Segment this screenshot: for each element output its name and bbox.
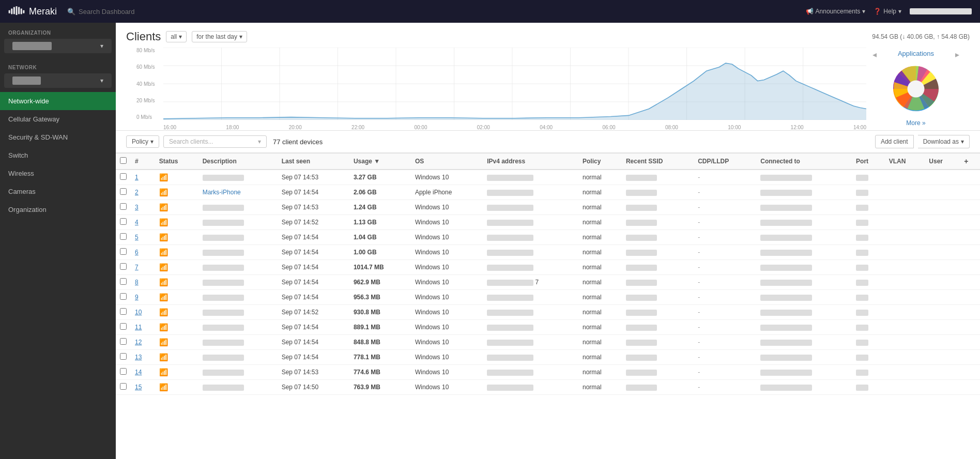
row-checkbox-6[interactable] [116, 245, 131, 260]
sidebar-item-cameras[interactable]: Cameras [0, 182, 116, 201]
col-description[interactable]: Description [198, 154, 278, 170]
col-port[interactable]: Port [852, 154, 885, 170]
search-input[interactable] [79, 8, 182, 16]
row-ssid-11: xxxxxxxx [622, 320, 694, 335]
org-name: org [12, 42, 52, 50]
row-checkbox-8[interactable] [116, 275, 131, 290]
row-cdp-4: - [694, 215, 756, 230]
row-checkbox-1[interactable] [116, 170, 131, 185]
download-as-label: Download as [923, 138, 959, 145]
col-checkbox[interactable] [116, 154, 131, 170]
col-user[interactable]: User [925, 154, 960, 170]
policy-btn[interactable]: Policy ▾ [126, 135, 159, 148]
row-ssid-8: xxxxxxxx [622, 275, 694, 290]
filter-all-btn[interactable]: all ▾ [166, 31, 187, 42]
sidebar-item-security-sd-wan[interactable]: Security & SD-WAN [0, 128, 116, 146]
row-num-5[interactable]: 5 [131, 230, 155, 245]
row-checkbox-3[interactable] [116, 200, 131, 215]
col-recent-ssid[interactable]: Recent SSID [622, 154, 694, 170]
download-as-btn[interactable]: Download as ▾ [918, 135, 970, 148]
row-checkbox-11[interactable] [116, 320, 131, 335]
row-num-3[interactable]: 3 [131, 200, 155, 215]
col-os[interactable]: OS [411, 154, 483, 170]
row-num-7[interactable]: 7 [131, 260, 155, 275]
col-usage[interactable]: Usage ▼ [349, 154, 411, 170]
row-num-8[interactable]: 8 [131, 275, 155, 290]
sidebar-item-network-wide[interactable]: Network-wide [0, 92, 116, 110]
sidebar-item-organization[interactable]: Organization [0, 201, 116, 219]
row-usage-1: 3.27 GB [349, 170, 411, 185]
row-checkbox-5[interactable] [116, 230, 131, 245]
row-user-11 [925, 320, 960, 335]
col-policy[interactable]: Policy [578, 154, 622, 170]
row-usage-13: 778.1 MB [349, 350, 411, 365]
sidebar-item-cellular-gateway[interactable]: Cellular Gateway [0, 110, 116, 128]
sidebar-item-wireless[interactable]: Wireless [0, 164, 116, 182]
search-bar[interactable]: 🔍 [67, 8, 806, 16]
time-filter-btn[interactable]: for the last day ▾ [192, 31, 247, 42]
org-section-label: ORGANIZATION [0, 23, 116, 39]
row-num-4[interactable]: 4 [131, 215, 155, 230]
row-checkbox-14[interactable] [116, 365, 131, 380]
search-clients-wrapper[interactable]: Search clients... ▾ [163, 135, 267, 148]
row-status-5: 📶 [155, 230, 198, 245]
org-chevron: ▾ [100, 42, 103, 50]
col-last-seen[interactable]: Last seen [278, 154, 349, 170]
row-cdp-1: - [694, 170, 756, 185]
row-checkbox-12[interactable] [116, 335, 131, 350]
col-status[interactable]: Status [155, 154, 198, 170]
announcements-btn[interactable]: 📢 Announcements ▾ [806, 8, 866, 15]
row-num-2[interactable]: 2 [131, 185, 155, 200]
help-btn[interactable]: ❓ Help ▾ [874, 8, 901, 15]
col-num[interactable]: # [131, 154, 155, 170]
row-desc-2[interactable]: Marks-iPhone [198, 185, 278, 200]
row-ipv4-6: xxx.xxx.x.x [483, 245, 578, 260]
user-menu[interactable]: user [910, 8, 972, 14]
row-checkbox-2[interactable] [116, 185, 131, 200]
row-user-12 [925, 335, 960, 350]
row-num-9[interactable]: 9 [131, 290, 155, 305]
table-row: 14 📶 xxxxxxxxxxxx Sep 07 14:53 774.6 MB … [116, 365, 980, 380]
row-os-1: Windows 10 [411, 170, 483, 185]
col-cdp-lldp[interactable]: CDP/LLDP [694, 154, 756, 170]
row-user-5 [925, 230, 960, 245]
chart-svg-wrapper[interactable] [163, 48, 866, 120]
chart-prev-btn[interactable]: ◂ [872, 50, 877, 59]
row-checkbox-9[interactable] [116, 290, 131, 305]
row-checkbox-7[interactable] [116, 260, 131, 275]
row-num-10[interactable]: 10 [131, 305, 155, 320]
col-ipv4[interactable]: IPv4 address [483, 154, 578, 170]
row-num-11[interactable]: 11 [131, 320, 155, 335]
table-row: 10 📶 xxxxxxxxxxxx Sep 07 14:52 930.8 MB … [116, 305, 980, 320]
col-vlan[interactable]: VLAN [885, 154, 925, 170]
row-num-13[interactable]: 13 [131, 350, 155, 365]
row-connected-7: xxxxxxxxxxxx [756, 260, 852, 275]
col-plus[interactable]: + [960, 154, 980, 170]
row-port-10: xx [852, 305, 885, 320]
row-desc-3: xxxxxxxxxxxx [198, 200, 278, 215]
more-link[interactable]: More » [906, 119, 925, 127]
x-16: 16:00 [163, 125, 176, 130]
table-row: 12 📶 xxxxxxxxxxxx Sep 07 14:54 848.8 MB … [116, 335, 980, 350]
org-selector[interactable]: org ▾ [4, 39, 112, 53]
row-policy-7: normal [578, 260, 622, 275]
row-checkbox-10[interactable] [116, 305, 131, 320]
row-checkbox-13[interactable] [116, 350, 131, 365]
net-chevron: ▾ [100, 77, 103, 84]
row-num-15[interactable]: 15 [131, 380, 155, 395]
row-num-1[interactable]: 1 [131, 170, 155, 185]
row-num-12[interactable]: 12 [131, 335, 155, 350]
row-checkbox-4[interactable] [116, 215, 131, 230]
add-client-btn[interactable]: Add client [875, 135, 914, 148]
row-last-seen-2: Sep 07 14:54 [278, 185, 349, 200]
row-num-6[interactable]: 6 [131, 245, 155, 260]
sidebar-item-switch[interactable]: Switch [0, 146, 116, 164]
net-selector[interactable]: net ▾ [4, 73, 112, 88]
chart-next-btn[interactable]: ▸ [955, 50, 959, 59]
col-connected-to[interactable]: Connected to [756, 154, 852, 170]
row-num-14[interactable]: 14 [131, 365, 155, 380]
y-label-60: 60 Mb/s [136, 64, 162, 70]
row-checkbox-15[interactable] [116, 380, 131, 395]
select-all-checkbox[interactable] [120, 157, 127, 164]
cisco-icon [8, 6, 25, 17]
